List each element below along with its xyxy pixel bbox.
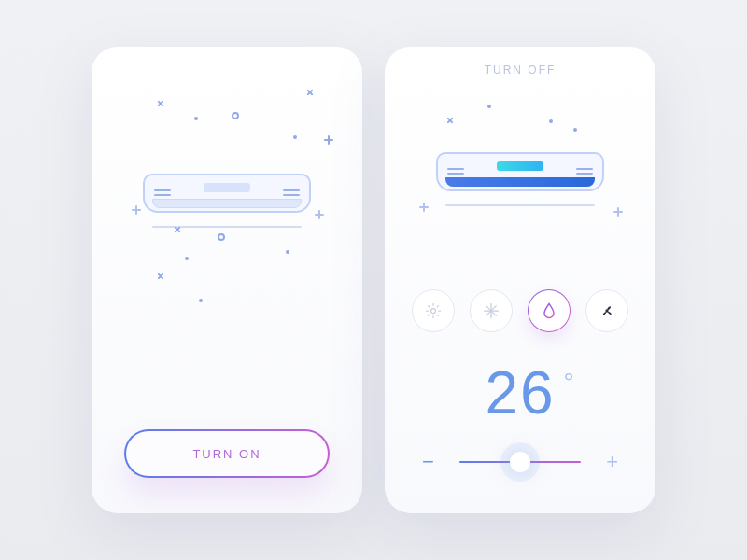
svg-line-6 [437, 315, 438, 315]
slider-track[interactable] [459, 461, 581, 463]
ac-display-off [204, 183, 250, 192]
ac-shadow [445, 204, 595, 206]
particle-dot [487, 105, 491, 108]
particle-dot [194, 117, 198, 120]
svg-line-7 [429, 315, 430, 315]
temperature-slider: − + [422, 450, 618, 474]
particle-dot [286, 250, 289, 254]
particle-dot [293, 135, 297, 139]
ac-off-card: TURN ON [92, 47, 362, 513]
ac-illustration-off [92, 65, 362, 336]
degree-symbol: ° [563, 368, 575, 398]
turn-on-label: TURN ON [192, 447, 261, 461]
particle-dot [573, 128, 577, 132]
sun-icon [424, 301, 443, 320]
mode-humidity-button[interactable] [528, 289, 571, 332]
mode-selector [412, 289, 628, 332]
particle-ring [218, 233, 225, 241]
humidity-icon [540, 301, 558, 320]
temp-increase-button[interactable]: + [606, 450, 618, 474]
ac-vent-open [445, 177, 595, 187]
mode-fan-button[interactable] [585, 289, 628, 332]
ac-vent-closed [152, 199, 302, 208]
svg-line-8 [437, 306, 438, 307]
svg-point-0 [431, 309, 436, 314]
temperature-display: 26° [485, 358, 555, 427]
particle-dot [549, 119, 553, 123]
fan-icon [598, 301, 616, 320]
snowflake-icon [482, 301, 500, 320]
turn-on-button[interactable]: TURN ON [124, 429, 330, 478]
ac-unit-on [436, 152, 604, 199]
ac-unit-off [143, 174, 311, 220]
particle-dot [199, 299, 203, 302]
turn-off-button[interactable]: TURN OFF [485, 63, 557, 77]
ac-on-card: TURN OFF [385, 47, 655, 513]
mode-cool-button[interactable] [470, 289, 513, 332]
slider-thumb[interactable] [510, 452, 530, 472]
mode-heat-button[interactable] [412, 289, 455, 332]
ac-display-on [497, 161, 543, 171]
temperature-value: 26 [485, 359, 555, 427]
ac-illustration-on [385, 77, 655, 282]
temp-decrease-button[interactable]: − [422, 450, 434, 474]
svg-line-5 [429, 306, 430, 307]
particle-dot [185, 257, 189, 260]
particle-ring [232, 112, 239, 119]
